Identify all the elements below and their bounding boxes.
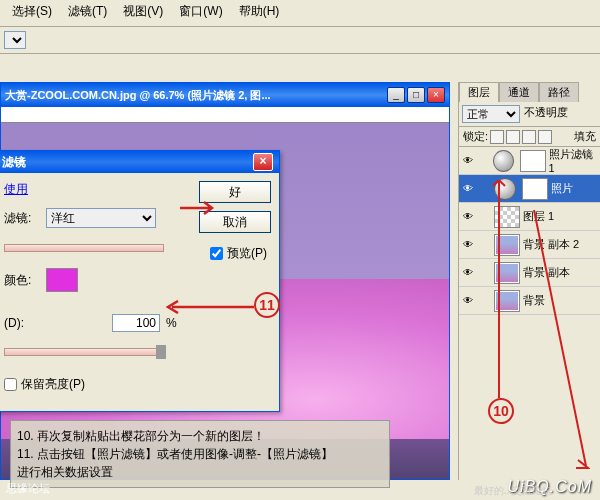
- visibility-icon[interactable]: 👁: [459, 211, 477, 222]
- visibility-icon[interactable]: 👁: [459, 295, 477, 306]
- arrow-10a-icon: [490, 180, 508, 400]
- preview-label: 预览(P): [227, 245, 267, 262]
- adjustment-layer-icon[interactable]: [493, 150, 514, 172]
- tab-paths[interactable]: 路径: [539, 82, 579, 102]
- ruler: [1, 107, 449, 123]
- maximize-button[interactable]: □: [407, 87, 425, 103]
- arrow-to-ok-icon: [180, 200, 220, 216]
- layer-name: 照片滤镜 1: [549, 147, 600, 174]
- filter-label: 滤镜:: [4, 210, 40, 227]
- menu-select[interactable]: 选择(S): [4, 1, 60, 22]
- lock-all-icon[interactable]: [538, 130, 552, 144]
- dialog-title: 滤镜: [2, 154, 26, 171]
- annotation-number-10: 10: [488, 398, 514, 424]
- density-slider[interactable]: [4, 342, 164, 362]
- density-unit: %: [166, 316, 177, 330]
- watermark-sub: 最好的...交流论坛: [474, 484, 552, 498]
- fill-label: 填充: [574, 129, 596, 144]
- close-button[interactable]: ×: [427, 87, 445, 103]
- instruction-11b: 进行相关数据设置: [17, 463, 383, 481]
- filter-select[interactable]: 洋红: [46, 208, 156, 228]
- minimize-button[interactable]: _: [387, 87, 405, 103]
- arrow-11-icon: [164, 300, 256, 314]
- instruction-10: 10. 再次复制粘贴出樱花部分为一个新的图层！: [17, 427, 383, 445]
- menu-view[interactable]: 视图(V): [115, 1, 171, 22]
- photo-filter-dialog: 滤镜 × 使用 滤镜: 洋红 好 取消 颜色: 预览(P) (D):: [0, 150, 280, 412]
- tab-channels[interactable]: 通道: [499, 82, 539, 102]
- filter-slider[interactable]: [4, 238, 164, 258]
- tab-layers[interactable]: 图层: [459, 82, 499, 102]
- menu-help[interactable]: 帮助(H): [231, 1, 288, 22]
- density-input[interactable]: [112, 314, 160, 332]
- menu-bar: 选择(S) 滤镜(T) 视图(V) 窗口(W) 帮助(H): [0, 0, 600, 22]
- document-titlebar: 大赏-ZCOOL.COM.CN.jpg @ 66.7% (照片滤镜 2, 图..…: [1, 83, 449, 107]
- menu-window[interactable]: 窗口(W): [171, 1, 230, 22]
- annotation-number-11: 11: [254, 292, 280, 318]
- lock-transparency-icon[interactable]: [490, 130, 504, 144]
- document-title: 大赏-ZCOOL.COM.CN.jpg @ 66.7% (照片滤镜 2, 图..…: [5, 88, 387, 103]
- visibility-icon[interactable]: 👁: [459, 183, 477, 194]
- layer-row[interactable]: 👁照片: [459, 175, 600, 203]
- lock-label: 锁定:: [463, 129, 488, 144]
- layer-mask-thumbnail[interactable]: [520, 150, 545, 172]
- color-label: 颜色:: [4, 272, 40, 289]
- opacity-label: 不透明度: [524, 105, 568, 123]
- instruction-11: 11. 点击按钮【照片滤镜】或者使用图像-调整-【照片滤镜】: [17, 445, 383, 463]
- visibility-icon[interactable]: 👁: [459, 239, 477, 250]
- lock-position-icon[interactable]: [522, 130, 536, 144]
- layer-mask-thumbnail[interactable]: [522, 178, 548, 200]
- instruction-box: 10. 再次复制粘贴出樱花部分为一个新的图层！ 11. 点击按钮【照片滤镜】或者…: [10, 420, 390, 488]
- layer-name: 照片: [551, 181, 573, 196]
- menu-filter[interactable]: 滤镜(T): [60, 1, 115, 22]
- dialog-close-button[interactable]: ×: [253, 153, 273, 171]
- options-dropdown[interactable]: [4, 31, 26, 49]
- preview-checkbox[interactable]: [210, 247, 223, 260]
- dialog-titlebar: 滤镜 ×: [0, 151, 279, 173]
- lock-pixels-icon[interactable]: [506, 130, 520, 144]
- options-bar: [0, 26, 600, 54]
- preserve-label: 保留亮度(P): [21, 376, 85, 393]
- arrow-10b-icon: [530, 210, 590, 470]
- density-label: (D):: [4, 316, 40, 330]
- layer-row[interactable]: 👁照片滤镜 1: [459, 147, 600, 175]
- color-swatch[interactable]: [46, 268, 78, 292]
- preserve-checkbox[interactable]: [4, 378, 17, 391]
- credit-text: 思缘论坛: [6, 481, 50, 496]
- visibility-icon[interactable]: 👁: [459, 267, 477, 278]
- visibility-icon[interactable]: 👁: [459, 155, 476, 166]
- blend-mode-select[interactable]: 正常: [462, 105, 520, 123]
